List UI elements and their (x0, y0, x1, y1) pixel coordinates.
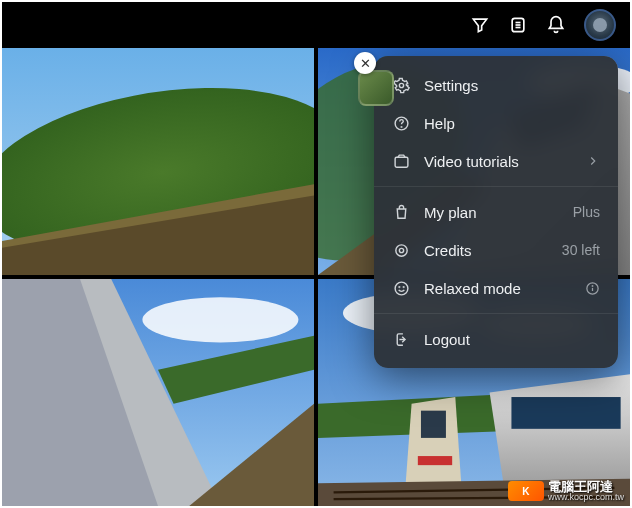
gallery-tile[interactable] (2, 279, 314, 506)
filter-icon[interactable] (470, 15, 490, 35)
logout-icon (392, 330, 410, 348)
credits-value: 30 left (562, 242, 600, 258)
menu-item-label: Credits (424, 242, 548, 259)
svg-rect-37 (395, 157, 408, 167)
menu-separator (374, 186, 618, 187)
coin-icon (392, 241, 410, 259)
watermark: K 電腦王阿達 www.kocpc.com.tw (508, 480, 624, 502)
user-menu: Settings Help Video tutorials My plan Pl… (374, 56, 618, 368)
gallery-tile[interactable] (2, 48, 314, 275)
svg-rect-29 (421, 411, 446, 438)
smile-icon (392, 279, 410, 297)
svg-point-36 (401, 126, 402, 127)
svg-marker-26 (490, 374, 630, 494)
svg-point-17 (142, 297, 298, 342)
svg-point-40 (395, 282, 408, 295)
bag-icon (392, 203, 410, 221)
list-icon[interactable] (508, 15, 528, 35)
svg-point-41 (399, 286, 400, 287)
info-icon (585, 281, 600, 296)
menu-item-credits[interactable]: Credits 30 left (374, 231, 618, 269)
menu-item-label: Video tutorials (424, 153, 572, 170)
svg-point-34 (399, 83, 403, 87)
menu-anchor-thumbnail (358, 70, 394, 106)
video-icon (392, 152, 410, 170)
svg-rect-30 (418, 456, 452, 465)
menu-item-logout[interactable]: Logout (374, 320, 618, 358)
menu-item-relaxed-mode[interactable]: Relaxed mode (374, 269, 618, 307)
bell-icon[interactable] (546, 15, 566, 35)
watermark-logo: K (508, 481, 544, 501)
menu-separator (374, 313, 618, 314)
svg-point-45 (592, 285, 593, 286)
menu-item-video-tutorials[interactable]: Video tutorials (374, 142, 618, 180)
menu-item-label: My plan (424, 204, 559, 221)
svg-point-39 (399, 248, 403, 252)
gear-icon (392, 76, 410, 94)
menu-item-help[interactable]: Help (374, 104, 618, 142)
menu-item-my-plan[interactable]: My plan Plus (374, 193, 618, 231)
menu-item-label: Logout (424, 331, 600, 348)
watermark-url: www.kocpc.com.tw (548, 493, 624, 502)
close-icon[interactable]: ✕ (354, 52, 376, 74)
avatar[interactable] (584, 9, 616, 41)
menu-item-label: Relaxed mode (424, 280, 571, 297)
plan-value: Plus (573, 204, 600, 220)
svg-rect-27 (511, 397, 620, 429)
top-bar (2, 2, 630, 48)
menu-item-label: Settings (424, 77, 600, 94)
menu-item-settings[interactable]: Settings (374, 66, 618, 104)
chevron-right-icon (586, 154, 600, 168)
svg-point-42 (403, 286, 404, 287)
help-icon (392, 114, 410, 132)
menu-item-label: Help (424, 115, 600, 132)
svg-point-38 (395, 244, 406, 255)
